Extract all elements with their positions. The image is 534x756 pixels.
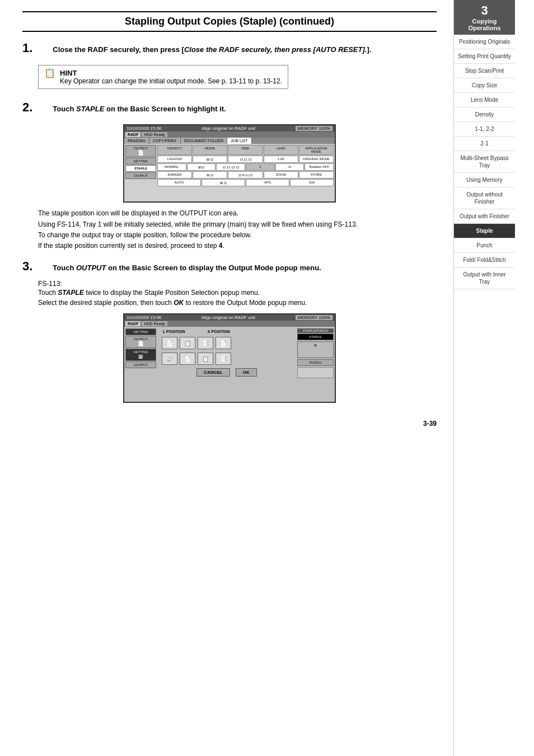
sidebar-item-density[interactable]: Density — [454, 107, 515, 122]
output2-item: OUTPUT — [125, 172, 156, 179]
pos-icon-6: 📄 — [180, 353, 195, 365]
chapter-number: 3 — [456, 3, 513, 18]
tab-docfolder: DOCUMENT FOLDER — [181, 138, 228, 144]
pos-icon-3: 📑 — [198, 337, 213, 349]
sidebar-item-using-memory[interactable]: Using Memory — [454, 173, 515, 187]
side-val2: ⊡ 11-12 ⊡ — [216, 163, 245, 171]
tab-joblist: JOB LIST — [227, 138, 251, 144]
chapter-label: Copying Operations — [456, 18, 513, 31]
side-val3: ⊡ 8-11 ⊡ — [228, 171, 263, 179]
app-cell: APPLICATION MODE — [299, 145, 334, 155]
lens-cell: LENS — [264, 145, 298, 155]
az-cell: -A- — [275, 163, 305, 171]
screen-right-area: DENSITY MODE SIDE LENS APPLICATION MODE … — [157, 145, 334, 201]
step-2-number: 2. — [22, 101, 32, 114]
output-item: OUTPUT📄 — [125, 145, 156, 157]
punch-btn[interactable]: PUNCH — [297, 359, 334, 366]
popup-btn-row: CANCEL OK — [157, 367, 296, 378]
bottom-area — [297, 367, 334, 378]
screen-1-bar: 10/10/2003 15:06 Align original on RADF … — [124, 125, 335, 132]
sidebar-item-lens-mode[interactable]: Lens Mode — [454, 93, 515, 107]
screen-1-tabs: READING COPY/PRINT DOCUMENT FOLDER JOB L… — [124, 138, 335, 144]
step-1-text: Close the RADF securely, then press [Clo… — [53, 45, 371, 55]
sidebar-item-staple[interactable]: Staple — [454, 224, 515, 238]
sidebar-item-stop-scan[interactable]: Stop Scan/Print — [454, 64, 515, 78]
sidebar-item-1-1-2-2[interactable]: 1-1, 2-2 — [454, 122, 515, 137]
step-2: 2. Touch STAPLE on the Basic Screen to h… — [22, 101, 437, 251]
step-2-text: Touch STAPLE on the Basic Screen to high… — [53, 104, 226, 114]
pos-icon-5: 📰 — [162, 353, 177, 365]
sidebar-item-copy-size[interactable]: Copy Size — [454, 78, 515, 93]
screen-2-bar: 10/10/2003 15:06 Align original on RADF … — [124, 314, 335, 321]
side-val: ⊡ 11 ⊡ — [228, 156, 263, 163]
pos-icon-7: 📋 — [198, 353, 213, 365]
popup-main: L POSITION X POSITION 📄 📋 📑 📄 📰 — [157, 328, 296, 379]
output2-btn: OUTPUT — [125, 361, 156, 368]
page-title: Stapling Output Copies (Staple) (continu… — [22, 11, 437, 32]
normal-cell: NORMAL — [157, 163, 186, 171]
ok-button[interactable]: OK — [236, 368, 257, 377]
fs-label: FS-113: — [38, 280, 437, 288]
popup-icons-row2: 📰 📄 📋 📑 — [157, 351, 296, 366]
sidebar-item-output-without[interactable]: Output without Finisher — [454, 187, 515, 209]
val100: 100 — [290, 179, 334, 186]
step-1-number: 1. — [22, 42, 32, 54]
aps-cell: APS — [246, 179, 289, 186]
sidebar-item-punch[interactable]: Punch — [454, 238, 515, 253]
sidebar-item-inner-tray[interactable]: Output with Inner Tray — [454, 267, 515, 289]
hint-icon: 📋 — [44, 68, 55, 78]
sidebar: 3 Copying Operations Positioning Origina… — [453, 0, 515, 756]
step-2-body: The staple position icon will be display… — [38, 208, 437, 251]
screen-1-image: 10/10/2003 15:06 Align original on RADF … — [123, 124, 336, 203]
tab-reading: READING — [124, 138, 149, 144]
sidebar-item-bypass-tray[interactable]: Multi-Sheet Bypass Tray — [454, 151, 515, 173]
auto-cell: 1 — [246, 163, 275, 171]
auto-cell2: AUTO — [157, 179, 201, 186]
screen-left-panel: OUTPUT📄 SETTING STAPLE OUTPUT — [125, 145, 156, 201]
mode-val4: ⊞ ⊡ — [202, 179, 245, 186]
staple-punch-header: STAPLE/PUNCH — [297, 328, 334, 333]
step-3-number: 3. — [22, 260, 32, 273]
pos-icon-1: 📄 — [162, 337, 177, 349]
pos-icon-2: 📋 — [180, 337, 195, 349]
page-number: 3-39 — [22, 420, 437, 428]
darker-cell: DARKER — [157, 171, 192, 179]
hint-box: 📋 HINT Key Operator can change the initi… — [38, 65, 288, 89]
staple-item: STAPLE — [125, 165, 156, 172]
mode-val: ⊞ ⊡ — [193, 156, 227, 163]
sidebar-item-output-with[interactable]: Output with Finisher — [454, 209, 515, 224]
original-mode: ORIGINAL MODE — [299, 156, 334, 163]
step-3-sub1: Touch STAPLE twice to display the Staple… — [38, 288, 437, 308]
step-1: 1. Close the RADF securely, then press [… — [22, 42, 437, 92]
mode-cell: MODE — [193, 145, 227, 155]
lighter-cell: LIGHTER — [157, 156, 192, 163]
cancel-button[interactable]: CANCEL — [196, 368, 229, 377]
pos-icon-8: 📑 — [216, 353, 231, 365]
sidebar-header: 3 Copying Operations — [454, 0, 515, 35]
sidebar-item-2-1[interactable]: 2-1 — [454, 137, 515, 151]
output-btn: OUTPUT📄 — [125, 336, 156, 348]
punch-icon-area: ⊞ — [297, 341, 334, 358]
density-cell: DENSITY — [157, 145, 192, 155]
hint-title: HINT — [60, 69, 282, 77]
pos-icon-4: 📄 — [216, 337, 231, 349]
staple-btn[interactable]: STAPLE — [297, 334, 334, 340]
sidebar-item-print-quantity[interactable]: Setting Print Quantity — [454, 49, 515, 64]
sidebar-item-positioning[interactable]: Positioning Originals — [454, 35, 515, 49]
popup-icons-row1: 📄 📋 📑 📄 — [157, 336, 296, 350]
zoom-cell: ZOOM — [264, 171, 298, 179]
popup-header-row: L POSITION X POSITION — [157, 328, 296, 335]
step-3-text: Touch OUTPUT on the Basic Screen to disp… — [53, 263, 321, 273]
rotation: Rotation OFF — [305, 163, 334, 171]
mode-val3: ⊞ ⊡ — [193, 171, 227, 179]
popup-left-panel: SETTING OUTPUT📄 SETTING▦ OUTPUT — [125, 328, 156, 379]
sidebar-item-fold[interactable]: Fold/ Fold&Stitch — [454, 253, 515, 267]
hint-text: Key Operator can change the initial outp… — [60, 77, 282, 85]
tab-copyprint: COPY/PRINT — [149, 138, 181, 144]
setting-item: SETTING — [125, 158, 156, 165]
store-cell: STORE — [299, 171, 334, 179]
mode-val2: ⊞ ⊡ — [187, 163, 216, 171]
popup-right-panel: STAPLE/PUNCH STAPLE ⊞ PUNCH — [297, 328, 334, 379]
step-3: 3. Touch OUTPUT on the Basic Screen to d… — [22, 260, 437, 403]
side-cell: SIDE — [228, 145, 263, 155]
